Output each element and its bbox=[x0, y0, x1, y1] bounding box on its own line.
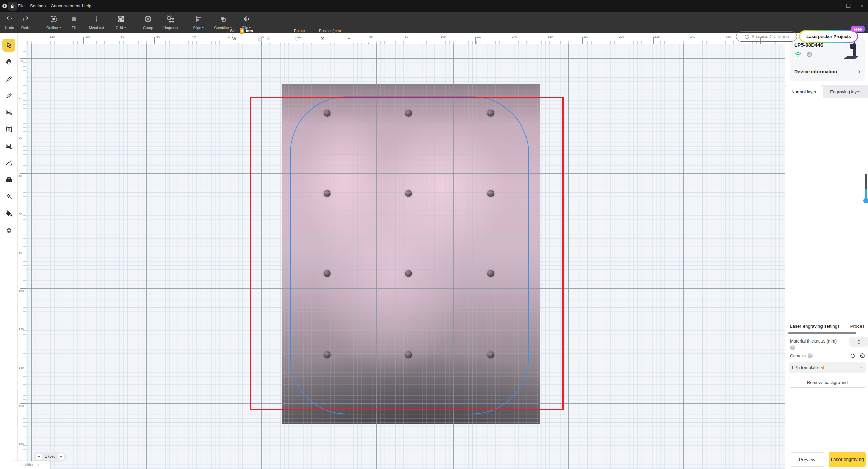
material-thickness-help-icon[interactable]: ? bbox=[790, 345, 795, 350]
width-input[interactable]: W bbox=[230, 35, 255, 43]
material-thickness-label: Material thickness (mm) bbox=[790, 338, 851, 344]
device-panel: LP5-08D446 Device information › Normal l… bbox=[785, 33, 868, 469]
doodle-tool[interactable] bbox=[2, 72, 15, 85]
usb-material-icon bbox=[5, 176, 13, 183]
lock-ratio-icon[interactable] bbox=[257, 36, 263, 42]
material-tool[interactable] bbox=[2, 173, 15, 186]
laserpecker-projects-button[interactable]: Laserpecker Projects bbox=[799, 30, 858, 43]
tab-processing[interactable]: Proces bbox=[850, 324, 865, 329]
assets-tool[interactable] bbox=[2, 224, 15, 237]
ruler-tick bbox=[20, 327, 26, 327]
position-y-input[interactable]: Y bbox=[346, 35, 369, 43]
position-label: Position(mm) bbox=[319, 28, 341, 33]
gear-icon[interactable] bbox=[806, 51, 813, 58]
panel-scrollbar[interactable] bbox=[864, 174, 868, 204]
menu-help[interactable]: Help bbox=[79, 0, 95, 12]
rotate-input[interactable] bbox=[301, 35, 318, 43]
window-close-button[interactable]: × bbox=[855, 0, 868, 12]
ruler-tick bbox=[618, 37, 618, 44]
outline-button[interactable]: Outline bbox=[43, 14, 64, 31]
group-button[interactable]: Group bbox=[138, 14, 158, 31]
ruler-tick bbox=[20, 135, 26, 135]
qr-code-tool[interactable] bbox=[2, 140, 15, 153]
pen-tool[interactable] bbox=[2, 89, 15, 102]
remove-background-button[interactable]: Remove background bbox=[789, 377, 866, 388]
line-shape-tool[interactable] bbox=[2, 156, 15, 169]
scrollbar-knob[interactable] bbox=[863, 198, 868, 203]
height-input[interactable]: H bbox=[265, 35, 290, 43]
undo-button[interactable]: Undo bbox=[2, 14, 17, 31]
size-unit-badge-icon[interactable] bbox=[240, 28, 244, 34]
camera-calibration-icon[interactable] bbox=[859, 353, 865, 359]
ruler-label: 120 bbox=[476, 35, 481, 38]
chevron-down-icon bbox=[59, 27, 61, 29]
device-image bbox=[842, 40, 861, 62]
flip-icon bbox=[243, 15, 251, 23]
laser-engraving-button[interactable]: Laser engraving bbox=[829, 452, 866, 467]
close-tab-icon[interactable]: × bbox=[37, 462, 40, 467]
template-select[interactable]: LP5 template bbox=[789, 362, 866, 373]
camera-refresh-icon[interactable] bbox=[850, 353, 856, 359]
rotate-icon[interactable] bbox=[294, 36, 299, 41]
ruler-label: -100 bbox=[84, 35, 90, 38]
tab-engraving-layer[interactable]: Engraving layer bbox=[823, 85, 868, 98]
tab-laser-engraving-settings[interactable]: Laser engraving settings bbox=[790, 324, 840, 329]
outline-icon bbox=[50, 15, 57, 23]
settings-tabs-scrollbar[interactable] bbox=[788, 332, 856, 334]
ruler-corner bbox=[18, 33, 26, 44]
chevron-down-icon bbox=[124, 27, 126, 29]
grid-button[interactable]: Grid bbox=[111, 14, 130, 31]
tab-normal-layer[interactable]: Normal layer bbox=[785, 85, 823, 98]
ungroup-button[interactable]: Ungroup bbox=[159, 14, 182, 31]
ruler-tick bbox=[20, 403, 26, 404]
magic-edit-tool[interactable] bbox=[2, 190, 15, 203]
ruler-tick bbox=[475, 37, 476, 44]
chevron-right-icon: › bbox=[858, 68, 860, 75]
design-canvas[interactable]: -120-100-80-60-40-2002040608010012014016… bbox=[18, 33, 785, 469]
share-to-craftzone-button[interactable]: Share to CraftZone bbox=[736, 31, 797, 42]
vertical-ruler: -20020406080100120140160180 bbox=[18, 33, 26, 469]
doodle-icon bbox=[5, 75, 13, 82]
flame-icon bbox=[820, 365, 825, 370]
work-area-frame bbox=[250, 97, 564, 410]
select-tool[interactable] bbox=[2, 39, 15, 52]
document-tab[interactable]: Untitled × bbox=[10, 461, 50, 469]
menu-file[interactable]: File bbox=[14, 0, 28, 12]
ruler-label: 180 bbox=[583, 35, 588, 38]
fill-button[interactable]: Fill bbox=[67, 14, 81, 31]
fill-color-tool[interactable] bbox=[2, 207, 15, 220]
image-plus-icon bbox=[5, 109, 13, 116]
qr-code-plus-icon bbox=[5, 143, 13, 150]
position-x-input[interactable]: X bbox=[319, 35, 343, 43]
ruler-tick bbox=[119, 37, 119, 44]
device-information-row[interactable]: Device information › bbox=[794, 68, 860, 75]
zoom-in-button[interactable]: + bbox=[58, 453, 64, 460]
camera-help-icon[interactable]: ? bbox=[808, 353, 813, 358]
add-image-tool[interactable] bbox=[2, 105, 15, 118]
fill-icon bbox=[70, 15, 78, 23]
align-button[interactable]: Align bbox=[189, 14, 208, 31]
preview-button[interactable]: Preview bbox=[789, 452, 825, 467]
ruler-label: 140 bbox=[512, 35, 517, 38]
layer-tabs: Normal layer Engraving layer bbox=[785, 85, 868, 98]
material-thickness-input[interactable] bbox=[849, 337, 868, 347]
ruler-tick bbox=[83, 37, 84, 44]
zoom-out-button[interactable]: − bbox=[36, 453, 42, 460]
ruler-label: 160 bbox=[19, 404, 24, 408]
window-minimize-button[interactable]: – bbox=[828, 0, 841, 12]
menu-settings[interactable]: Settings bbox=[26, 0, 49, 12]
redo-button[interactable]: Redo bbox=[18, 14, 33, 31]
ruler-tick bbox=[20, 58, 26, 59]
device-name: LP5-08D446 bbox=[794, 42, 823, 48]
metal-cut-button[interactable]: Metal cut bbox=[84, 14, 109, 31]
pan-tool[interactable] bbox=[2, 55, 15, 68]
ruler-label: -40 bbox=[191, 35, 196, 38]
text-tool[interactable] bbox=[2, 122, 15, 135]
chevron-down-icon bbox=[202, 27, 204, 29]
ruler-label: 100 bbox=[19, 289, 24, 293]
window-maximize-button[interactable]: ❏ bbox=[842, 0, 855, 12]
ruler-tick bbox=[547, 37, 547, 44]
ruler-label: 260 bbox=[726, 35, 731, 38]
device-card[interactable]: LP5-08D446 Device information › bbox=[790, 37, 865, 81]
ruler-tick bbox=[154, 37, 155, 44]
